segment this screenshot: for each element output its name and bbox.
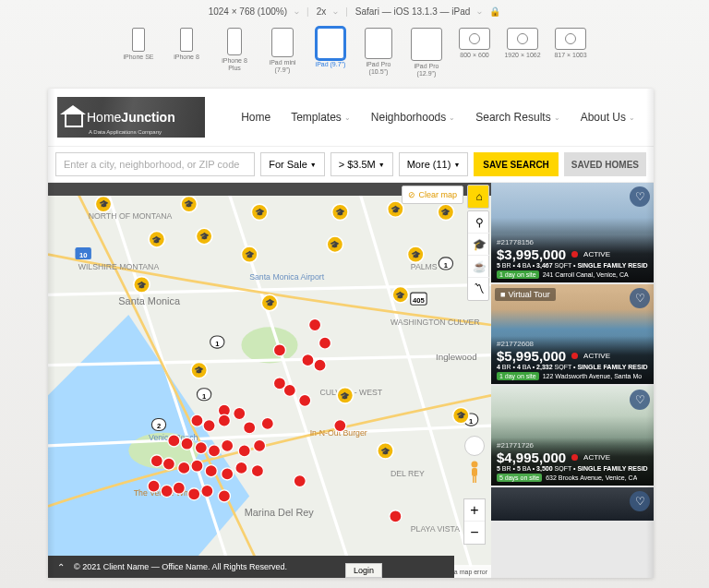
svg-text:🎓: 🎓 bbox=[391, 204, 401, 215]
device-option[interactable]: iPad mini (7.9") bbox=[264, 28, 301, 73]
svg-text:🎓: 🎓 bbox=[245, 249, 255, 260]
chevron-down-icon[interactable]: ⌵ bbox=[477, 7, 482, 16]
listing-card[interactable]: ♡ #21778156 $3,995,000ACTIVE 5 BR • 4 BA… bbox=[491, 183, 654, 282]
device-icon bbox=[459, 28, 490, 50]
listing-card[interactable]: ♡■Virtual Tour #21772608 $5,995,000ACTIV… bbox=[491, 284, 654, 384]
clear-map-button[interactable]: ⊘Clear map bbox=[402, 186, 463, 204]
coffee-icon[interactable]: ☕ bbox=[468, 256, 490, 278]
svg-point-91 bbox=[178, 462, 190, 474]
device-picker: iPhone SEiPhone 8iPhone 8 PlusiPad mini … bbox=[0, 18, 709, 85]
device-option[interactable]: 800 × 600 bbox=[456, 28, 493, 59]
site-footer: ⌃ © 2021 Client Name — Office Name. All … bbox=[48, 556, 454, 578]
filter-button[interactable]: > $3.5M▼ bbox=[330, 152, 393, 176]
favorite-button[interactable]: ♡ bbox=[630, 491, 650, 511]
listing-info: #21771726 $4,995,000ACTIVE 5 BR • 5 BA •… bbox=[491, 438, 654, 486]
svg-text:🎓: 🎓 bbox=[330, 239, 340, 250]
device-option[interactable]: iPad Pro (12.9") bbox=[408, 28, 445, 77]
svg-point-107 bbox=[334, 420, 346, 432]
listing-meta: 5 BR • 5 BA • 3,500 SQFT • SINGLE FAMILY… bbox=[497, 465, 648, 472]
device-option[interactable]: iPhone 8 Plus bbox=[216, 28, 253, 71]
listing-card[interactable]: ♡ bbox=[491, 487, 654, 521]
device-option[interactable]: iPad (9.7") bbox=[312, 28, 349, 68]
svg-point-92 bbox=[191, 460, 203, 472]
trend-icon[interactable]: 〽 bbox=[468, 278, 490, 300]
svg-text:DEL REY: DEL REY bbox=[391, 469, 425, 478]
map-tools: ⚲ 🎓 ☕ 〽 bbox=[467, 210, 489, 301]
zoom-out-button[interactable]: − bbox=[464, 522, 485, 544]
svg-text:🎓: 🎓 bbox=[151, 234, 162, 246]
svg-text:🎓: 🎓 bbox=[380, 446, 391, 457]
device-option[interactable]: iPhone SE bbox=[120, 28, 157, 61]
logo-tagline: A Data Applications Company bbox=[89, 129, 162, 135]
device-option[interactable]: iPad Pro (10.5") bbox=[360, 28, 397, 75]
device-label: iPad Pro (10.5") bbox=[360, 61, 397, 75]
svg-text:🎓: 🎓 bbox=[395, 290, 405, 301]
svg-point-85 bbox=[208, 445, 220, 457]
device-label: 800 × 600 bbox=[456, 52, 493, 59]
zoom-in-button[interactable]: + bbox=[464, 499, 485, 522]
nav-item[interactable]: Home bbox=[241, 111, 270, 124]
listings-panel[interactable]: ♡ #21778156 $3,995,000ACTIVE 5 BR • 4 BA… bbox=[491, 183, 654, 578]
logo[interactable]: HomeJunction A Data Applications Company bbox=[57, 97, 205, 138]
chevron-down-icon[interactable]: ⌵ bbox=[333, 7, 338, 16]
svg-point-69 bbox=[309, 318, 321, 330]
listing-status: ACTIVE bbox=[583, 453, 610, 462]
svg-text:🎓: 🎓 bbox=[255, 207, 265, 218]
svg-text:10: 10 bbox=[79, 251, 87, 259]
chevron-down-icon[interactable]: ⌵ bbox=[294, 7, 299, 16]
favorite-button[interactable]: ♡ bbox=[630, 186, 650, 207]
device-label: iPhone 8 Plus bbox=[216, 57, 253, 71]
listing-address: 122 Wadsworth Avenue, Santa Mo bbox=[543, 373, 642, 379]
login-button[interactable]: Login bbox=[345, 563, 382, 578]
compass-icon[interactable] bbox=[464, 436, 485, 456]
svg-text:PALMS: PALMS bbox=[411, 262, 438, 271]
device-option[interactable]: 1920 × 1062 bbox=[504, 28, 541, 59]
listing-card[interactable]: ♡ #21771726 $4,995,000ACTIVE 5 BR • 5 BA… bbox=[491, 386, 654, 486]
save-search-button[interactable]: SAVE SEARCH bbox=[474, 152, 559, 176]
device-option[interactable]: iPhone 8 bbox=[168, 28, 205, 61]
svg-text:1: 1 bbox=[215, 340, 220, 348]
svg-text:🎓: 🎓 bbox=[340, 390, 350, 402]
nav-item[interactable]: About Us⌄ bbox=[581, 111, 635, 124]
nav-item[interactable]: Templates⌄ bbox=[291, 111, 351, 124]
map-canvas[interactable]: 10 2 1 1 1 1 405 NORTH OF MONTANA WILSHI… bbox=[48, 183, 491, 578]
svg-point-71 bbox=[302, 354, 314, 366]
nav-item[interactable]: Search Results⌄ bbox=[475, 111, 559, 124]
listing-status: ACTIVE bbox=[583, 250, 610, 258]
device-option[interactable]: 817 × 1003 bbox=[552, 28, 589, 59]
svg-point-76 bbox=[234, 407, 246, 419]
svg-point-99 bbox=[173, 482, 185, 494]
map-panel[interactable]: ⊘Clear map ⌂ ⚲ 🎓 ☕ 〽 bbox=[48, 183, 491, 578]
filter-button[interactable]: For Sale▼ bbox=[260, 152, 325, 176]
device-icon bbox=[555, 28, 586, 50]
svg-text:PLAYA VISTA: PLAYA VISTA bbox=[411, 524, 460, 534]
streetview-control[interactable] bbox=[463, 436, 486, 487]
nav-item[interactable]: Neighborhoods⌄ bbox=[371, 111, 455, 124]
svg-text:WILSHIRE MONTANA: WILSHIRE MONTANA bbox=[78, 262, 160, 271]
search-input[interactable] bbox=[55, 152, 255, 176]
saved-homes-button[interactable]: SAVED HOMES bbox=[564, 152, 646, 176]
school-icon[interactable]: 🎓 bbox=[468, 234, 490, 256]
filter-button[interactable]: More (11)▼ bbox=[399, 152, 469, 176]
svg-text:Santa Monica Airport: Santa Monica Airport bbox=[249, 272, 325, 282]
svg-point-101 bbox=[201, 485, 213, 497]
device-icon bbox=[180, 28, 193, 52]
video-icon: ■ bbox=[500, 290, 505, 299]
svg-point-106 bbox=[299, 394, 311, 406]
pin-icon[interactable]: ⚲ bbox=[468, 211, 490, 234]
pegman-icon[interactable] bbox=[467, 460, 482, 484]
svg-point-98 bbox=[161, 485, 173, 497]
listing-info: #21772608 $5,995,000ACTIVE 4 BR • 4 BA •… bbox=[491, 336, 654, 384]
mls-number: #21771726 bbox=[497, 441, 648, 450]
favorite-button[interactable]: ♡ bbox=[630, 288, 650, 308]
main-nav: HomeTemplates⌄Neighborhoods⌄Search Resul… bbox=[241, 111, 635, 124]
chevron-up-icon[interactable]: ⌃ bbox=[57, 562, 65, 572]
map-home-tool[interactable]: ⌂ bbox=[467, 185, 489, 209]
chevron-down-icon: ⌄ bbox=[449, 114, 455, 122]
status-dot-icon bbox=[571, 251, 578, 258]
virtual-tour-badge[interactable]: ■Virtual Tour bbox=[495, 288, 556, 301]
chevron-down-icon: ⌄ bbox=[554, 114, 560, 122]
svg-text:🎓: 🎓 bbox=[456, 410, 466, 421]
favorite-button[interactable]: ♡ bbox=[630, 390, 650, 410]
svg-point-104 bbox=[390, 510, 402, 522]
